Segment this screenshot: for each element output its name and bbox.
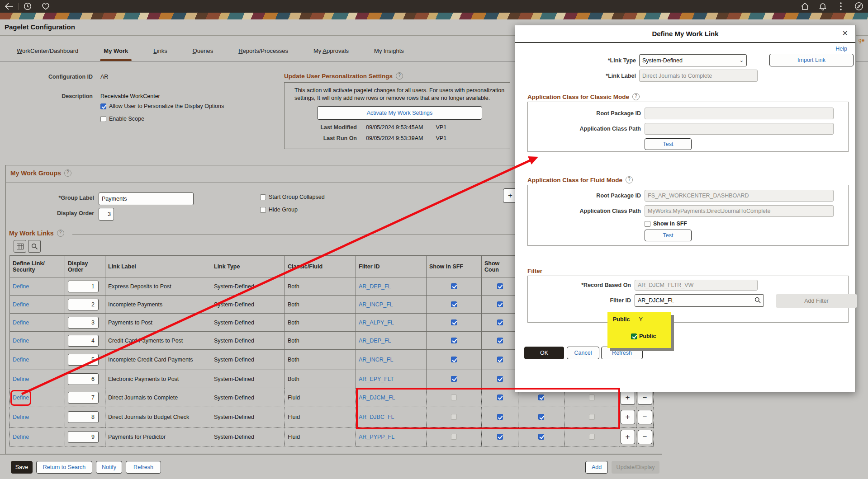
delete-row-button[interactable]: −	[638, 410, 652, 424]
row-checkbox[interactable]	[538, 434, 544, 440]
classic-test-button[interactable]: Test	[645, 138, 692, 150]
update-display-button[interactable]: Update/Display	[612, 461, 659, 474]
show-in-sff-checkbox[interactable]	[451, 338, 457, 343]
search-icon[interactable]	[754, 297, 761, 305]
tab-links[interactable]: Links	[153, 47, 167, 61]
filter-id-input[interactable]: AR_DJCM_FL	[635, 294, 764, 307]
tab-workcenter-dashboard[interactable]: WorkCenter/Dashboard	[17, 47, 78, 61]
home-icon[interactable]	[796, 0, 814, 13]
delete-row-button[interactable]: −	[638, 390, 652, 405]
help-link[interactable]: Help	[835, 46, 847, 52]
show-in-sff-checkbox[interactable]	[451, 283, 457, 289]
tab-reports-processes[interactable]: Reports/Processes	[238, 47, 288, 61]
show-count-checkbox[interactable]	[497, 376, 503, 382]
display-order-input[interactable]: 7	[68, 392, 99, 404]
define-link[interactable]: Define	[13, 319, 29, 326]
show-count-checkbox[interactable]	[497, 301, 503, 307]
define-link[interactable]: Define	[13, 376, 29, 382]
navbar-compass-icon[interactable]	[850, 0, 868, 13]
show-in-sff-checkbox[interactable]	[451, 434, 457, 440]
add-filter-button[interactable]: Add Filter	[776, 294, 857, 308]
refresh-button[interactable]: Refresh	[126, 461, 161, 474]
favorites-heart-icon[interactable]	[37, 0, 55, 13]
show-in-sff-checkbox[interactable]	[451, 414, 457, 420]
notifications-bell-icon[interactable]	[814, 0, 832, 13]
help-question-icon[interactable]: ?	[626, 176, 633, 183]
display-order-input[interactable]: 1	[68, 281, 99, 292]
tab-queries[interactable]: Queries	[193, 47, 213, 61]
show-in-sff-checkbox[interactable]	[645, 221, 650, 227]
link-type-select[interactable]: System-Defined ⌄	[639, 54, 747, 66]
show-in-sff-checkbox[interactable]	[451, 301, 457, 307]
show-in-sff-checkbox[interactable]	[451, 357, 457, 362]
filter-id-link[interactable]: AR_INCP_FL	[359, 301, 393, 308]
display-order-input[interactable]: 6	[68, 373, 99, 385]
define-link[interactable]: Define	[13, 283, 29, 290]
show-count-checkbox[interactable]	[497, 357, 503, 362]
define-link[interactable]: Define	[13, 357, 29, 363]
filter-id-link[interactable]: AR_PYPP_FL	[359, 434, 394, 440]
save-button[interactable]: Save	[11, 461, 33, 474]
help-question-icon[interactable]: ?	[632, 93, 640, 100]
show-in-sff-checkbox[interactable]	[451, 376, 457, 382]
filter-id-link[interactable]: AR_DJBC_FL	[359, 414, 394, 420]
back-icon[interactable]	[0, 0, 18, 13]
filter-id-link[interactable]: AR_INCR_FL	[359, 357, 393, 363]
hide-group-checkbox[interactable]	[260, 207, 266, 213]
enable-scope-checkbox[interactable]	[100, 116, 106, 122]
add-row-button[interactable]: +	[621, 390, 635, 405]
actions-menu-icon[interactable]	[832, 0, 850, 13]
row-checkbox[interactable]	[538, 414, 544, 420]
grid-personalize-icon[interactable]	[14, 240, 26, 253]
close-icon[interactable]: ✕	[842, 29, 848, 38]
notify-button[interactable]: Notify	[96, 461, 122, 474]
display-order-input[interactable]: 4	[68, 335, 99, 347]
show-in-sff-checkbox[interactable]	[451, 319, 457, 325]
public-checkbox[interactable]	[631, 333, 637, 339]
add-button[interactable]: Add	[585, 461, 608, 474]
filter-id-link[interactable]: AR_ALPY_FL	[359, 319, 394, 326]
define-link[interactable]: Define	[13, 434, 29, 440]
display-order-input[interactable]: 3	[68, 317, 99, 329]
define-link[interactable]: Define	[13, 414, 29, 420]
define-link[interactable]: Define	[13, 394, 29, 401]
tab-my-approvals[interactable]: My Approvals	[313, 47, 349, 61]
row-checkbox[interactable]	[589, 394, 595, 400]
show-count-checkbox[interactable]	[497, 338, 503, 343]
recent-history-icon[interactable]	[19, 0, 37, 13]
tab-my-insights[interactable]: My Insights	[374, 47, 404, 61]
add-row-button[interactable]: +	[621, 430, 635, 444]
show-count-checkbox[interactable]	[497, 414, 503, 420]
show-count-checkbox[interactable]	[497, 394, 503, 400]
show-count-checkbox[interactable]	[497, 319, 503, 325]
fluid-test-button[interactable]: Test	[645, 230, 692, 241]
display-order-input[interactable]: 8	[68, 411, 99, 423]
help-question-icon[interactable]: ?	[396, 72, 403, 80]
import-link-button[interactable]: Import Link	[769, 54, 854, 66]
delete-row-button[interactable]: −	[638, 430, 652, 444]
ok-button[interactable]: OK	[524, 347, 564, 359]
help-question-icon[interactable]: ?	[64, 169, 71, 177]
help-question-icon[interactable]: ?	[57, 230, 64, 237]
activate-my-work-settings-button[interactable]: Activate My Work Settings	[317, 106, 482, 120]
group-label-input[interactable]: Payments	[99, 193, 194, 205]
display-order-input[interactable]: 9	[68, 431, 99, 443]
row-checkbox[interactable]	[538, 394, 544, 400]
show-count-checkbox[interactable]	[497, 434, 503, 440]
return-to-search-button[interactable]: Return to Search	[36, 461, 92, 474]
start-group-collapsed-checkbox[interactable]	[260, 194, 266, 200]
tab-my-work[interactable]: My Work	[104, 47, 128, 61]
display-order-input[interactable]: 3	[99, 208, 114, 221]
find-icon[interactable]	[28, 240, 41, 253]
filter-id-link[interactable]: AR_DEP_FL	[359, 283, 391, 290]
filter-id-link[interactable]: AR_EPY_FLT	[359, 376, 394, 382]
display-order-input[interactable]: 5	[68, 354, 99, 366]
row-checkbox[interactable]	[589, 414, 595, 420]
add-row-button[interactable]: +	[621, 410, 635, 424]
filter-id-link[interactable]: AR_DJCM_FL	[359, 394, 395, 401]
cancel-button[interactable]: Cancel	[567, 347, 599, 359]
show-in-sff-checkbox[interactable]	[451, 394, 457, 400]
allow-personalize-checkbox[interactable]	[100, 103, 106, 109]
filter-id-link[interactable]: AR_DEP_FL	[359, 338, 391, 344]
row-checkbox[interactable]	[589, 434, 595, 440]
